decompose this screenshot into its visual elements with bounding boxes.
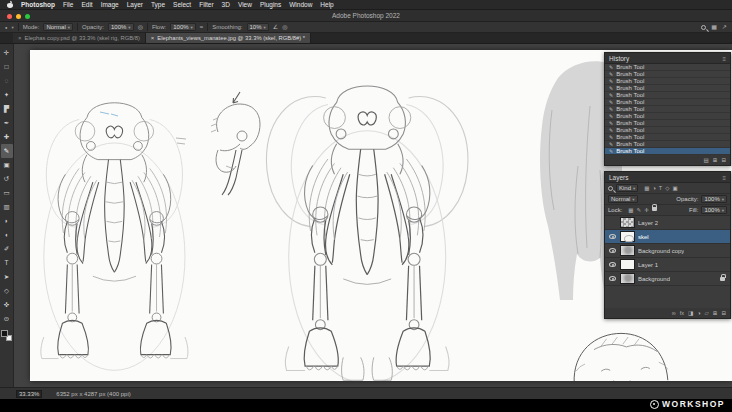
new-layer-icon[interactable] <box>713 310 718 316</box>
zoom-level-input[interactable]: 33.33% <box>16 390 42 398</box>
layer-opacity-select[interactable]: 100% <box>701 195 727 203</box>
layer-thumbnail[interactable] <box>620 217 635 228</box>
lock-position-icon[interactable] <box>644 207 649 213</box>
layers-panel-header[interactable]: Layers <box>605 172 730 183</box>
pressure-opacity-icon[interactable] <box>138 22 143 32</box>
filter-type-layers-icon[interactable] <box>659 185 662 191</box>
lasso-tool[interactable]: ◌ <box>1 74 13 88</box>
filter-adjustment-layers-icon[interactable] <box>652 185 655 191</box>
new-document-from-state-icon[interactable] <box>704 157 709 163</box>
share-icon[interactable] <box>722 22 727 32</box>
apple-menu-icon[interactable] <box>7 1 13 8</box>
visibility-toggle[interactable] <box>608 262 617 267</box>
menu-window[interactable]: Window <box>289 0 312 10</box>
airbrush-icon[interactable] <box>200 22 203 32</box>
layer-blend-mode-select[interactable]: Normal <box>608 195 638 203</box>
menu-type[interactable]: Type <box>151 0 165 10</box>
layer-thumbnail[interactable] <box>620 259 635 270</box>
close-icon[interactable] <box>18 35 22 41</box>
delete-state-icon[interactable] <box>721 157 726 163</box>
history-step[interactable]: Brush Tool <box>605 134 730 141</box>
history-step-current[interactable]: Brush Tool <box>605 148 730 155</box>
new-group-icon[interactable] <box>705 310 709 316</box>
menu-photoshop[interactable]: Photoshop <box>21 0 55 10</box>
eraser-tool[interactable]: ▭ <box>1 186 13 200</box>
panel-menu-icon[interactable] <box>722 174 726 181</box>
pressure-size-icon[interactable] <box>282 22 287 32</box>
menu-edit[interactable]: Edit <box>81 0 92 10</box>
history-step[interactable]: Brush Tool <box>605 92 730 99</box>
adjustment-layer-icon[interactable] <box>697 310 700 316</box>
history-panel-header[interactable]: History <box>605 53 730 64</box>
menu-3d[interactable]: 3D <box>222 0 230 10</box>
filter-shape-layers-icon[interactable] <box>665 185 669 191</box>
filter-smart-objects-icon[interactable] <box>672 185 677 191</box>
link-layers-icon[interactable] <box>672 310 676 316</box>
hand-tool[interactable]: ✜ <box>1 298 13 312</box>
opacity-select[interactable]: 100% <box>108 23 134 31</box>
history-step[interactable]: Brush Tool <box>605 127 730 134</box>
create-snapshot-icon[interactable] <box>713 157 718 163</box>
tab-elephants-views[interactable]: Elephants_views_manatee.jpg @ 33.3% (ske… <box>146 33 311 43</box>
history-step[interactable]: Brush Tool <box>605 99 730 106</box>
quick-selection-tool[interactable]: ✦ <box>1 88 13 102</box>
history-step[interactable]: Brush Tool <box>605 78 730 85</box>
brush-tool[interactable]: ✎ <box>1 144 13 158</box>
brush-preset-icon[interactable] <box>5 22 7 33</box>
lock-all-icon[interactable] <box>652 207 657 211</box>
menu-filter[interactable]: Filter <box>199 0 213 10</box>
color-swatches[interactable] <box>1 330 12 341</box>
layer-thumbnail[interactable] <box>620 231 635 242</box>
layer-row-layer1[interactable]: Layer 1 <box>605 258 730 272</box>
layer-thumbnail[interactable] <box>620 245 635 256</box>
marquee-tool[interactable]: □ <box>1 60 13 74</box>
menu-view[interactable]: View <box>238 0 252 10</box>
menu-select[interactable]: Select <box>173 0 191 10</box>
smoothing-select[interactable]: 10% <box>247 23 269 31</box>
visibility-toggle[interactable] <box>608 276 617 281</box>
visibility-toggle[interactable] <box>608 248 617 253</box>
crop-tool[interactable]: ▛ <box>1 102 13 116</box>
filter-pixel-layers-icon[interactable] <box>644 185 649 191</box>
menu-plugins[interactable]: Plugins <box>260 0 281 10</box>
path-selection-tool[interactable]: ➤ <box>1 270 13 284</box>
visibility-toggle[interactable] <box>608 234 617 239</box>
foreground-color-swatch[interactable] <box>1 330 8 337</box>
menu-layer[interactable]: Layer <box>127 0 143 10</box>
shape-tool[interactable]: ◇ <box>1 284 13 298</box>
history-step[interactable]: Brush Tool <box>605 106 730 113</box>
layer-row-background-copy[interactable]: Background copy <box>605 244 730 258</box>
search-icon[interactable] <box>701 25 706 30</box>
history-step[interactable]: Brush Tool <box>605 71 730 78</box>
zoom-window-button[interactable] <box>25 14 30 19</box>
history-brush-tool[interactable]: ↺ <box>1 172 13 186</box>
brush-angle-icon[interactable] <box>273 22 278 32</box>
menu-file[interactable]: File <box>63 0 73 10</box>
move-tool[interactable]: ✛ <box>1 46 13 60</box>
layer-thumbnail[interactable] <box>620 273 635 284</box>
eyedropper-tool[interactable]: ✒ <box>1 116 13 130</box>
history-step[interactable]: Brush Tool <box>605 85 730 92</box>
lock-transparency-icon[interactable] <box>628 207 633 213</box>
zoom-tool[interactable]: ⊙ <box>1 312 13 326</box>
menu-help[interactable]: Help <box>320 0 333 10</box>
close-icon[interactable] <box>151 35 155 41</box>
delete-layer-icon[interactable] <box>721 310 726 316</box>
flow-select[interactable]: 100% <box>170 23 196 31</box>
pen-tool[interactable]: ✐ <box>1 242 13 256</box>
menu-image[interactable]: Image <box>101 0 119 10</box>
healing-brush-tool[interactable]: ✚ <box>1 130 13 144</box>
blur-tool[interactable]: ◗ <box>1 214 13 228</box>
visibility-toggle[interactable] <box>608 220 617 225</box>
filter-kind-select[interactable]: Kind <box>616 184 638 192</box>
document-info[interactable]: 6352 px x 4287 px (400 ppi) <box>56 391 130 397</box>
layer-row-background[interactable]: Background <box>605 272 730 286</box>
history-step[interactable]: Brush Tool <box>605 120 730 127</box>
history-step[interactable]: Brush Tool <box>605 113 730 120</box>
workspace-switcher-icon[interactable] <box>711 22 717 32</box>
dodge-tool[interactable]: ◖ <box>1 228 13 242</box>
clone-stamp-tool[interactable]: ▣ <box>1 158 13 172</box>
history-step[interactable]: Brush Tool <box>605 64 730 71</box>
lock-pixels-icon[interactable] <box>637 207 642 213</box>
layer-effects-icon[interactable] <box>680 310 684 316</box>
